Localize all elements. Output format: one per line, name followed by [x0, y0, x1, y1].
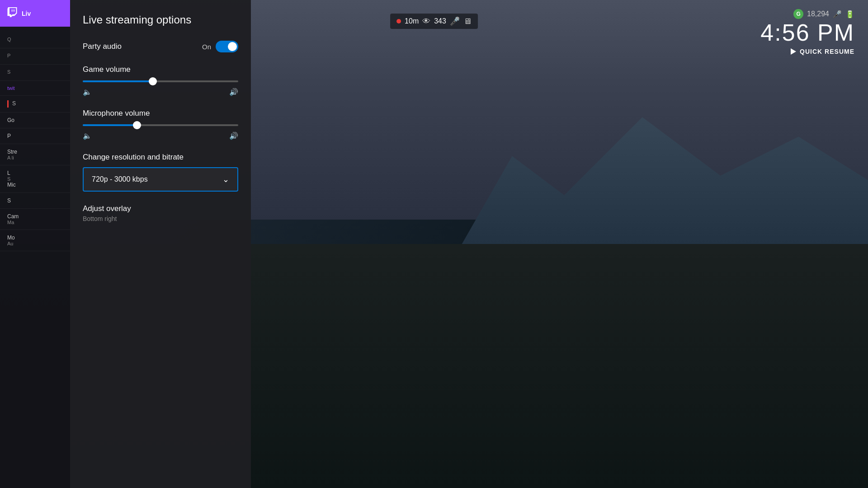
twitch-header: Liv — [0, 0, 70, 27]
game-volume-fill — [83, 80, 153, 82]
sidebar-item-0[interactable]: Q — [0, 32, 70, 48]
hud-top-right: G 18,294 🎤 🔋 4:56 PM QUICK RESUME — [760, 9, 854, 55]
mic-volume-icons: 🔈 🔊 — [83, 131, 238, 140]
game-volume-thumb[interactable] — [149, 77, 157, 85]
hud-top-bar: 10m 👁 343 🎤 🖥 — [390, 14, 478, 29]
sidebar-item-stream[interactable]: Stre A li — [0, 144, 70, 165]
battery-icon: 🔋 — [845, 10, 854, 19]
panel-title: Live streaming options — [83, 14, 238, 26]
resolution-label: Change resolution and bitrate — [83, 153, 238, 162]
viewer-count: 343 — [434, 17, 446, 25]
sidebar-item-s2[interactable]: S — [0, 96, 70, 113]
sidebar-item-twit[interactable]: twit — [0, 81, 70, 96]
recording-indicator: 10m 👁 343 🎤 🖥 — [390, 14, 478, 29]
sidebar-content: Q P S twit S Go P Stre A li L S Mic S — [0, 27, 70, 257]
sidebar-item-l[interactable]: L S Mic — [0, 165, 70, 193]
game-volume-section: Game volume 🔈 🔊 — [83, 65, 238, 96]
sidebar-item-cam[interactable]: S — [0, 193, 70, 209]
game-volume-track[interactable] — [83, 80, 238, 82]
score-value: 18,294 — [807, 10, 829, 18]
volume-high-icon: 🔊 — [229, 88, 238, 96]
game-volume-icons: 🔈 🔊 — [83, 88, 238, 96]
party-audio-row: Party audio On — [83, 41, 238, 52]
live-streaming-panel: Live streaming options Party audio On Ga… — [70, 0, 251, 488]
overlay-label: Adjust overlay — [83, 204, 238, 213]
sidebar-item-mo[interactable]: Mo Au — [0, 230, 70, 251]
quick-resume-label: QUICK RESUME — [800, 48, 854, 55]
mic-volume-thumb[interactable] — [133, 121, 141, 129]
sidebar-live-label: Liv — [22, 10, 31, 17]
volume-low-icon: 🔈 — [83, 88, 92, 96]
chevron-down-icon: ⌄ — [222, 174, 229, 184]
resolution-dropdown[interactable]: 720p - 3000 kbps ⌄ — [83, 167, 238, 192]
party-audio-state: On — [202, 43, 211, 51]
resolution-value: 720p - 3000 kbps — [92, 175, 148, 183]
resolution-section: Change resolution and bitrate 720p - 300… — [83, 153, 238, 192]
mic-icon: 🎤 — [450, 16, 460, 26]
record-dot — [396, 19, 401, 23]
overlay-position: Bottom right — [83, 215, 238, 222]
recording-time: 10m — [405, 17, 419, 25]
twitch-logo — [7, 7, 17, 19]
sidebar-item-cam2[interactable]: Cam Ma — [0, 209, 70, 230]
mic-icon-right: 🎤 — [833, 10, 842, 19]
party-audio-toggle[interactable] — [216, 41, 238, 52]
play-icon — [791, 48, 796, 55]
eye-icon: 👁 — [422, 17, 430, 26]
mic-volume-section: Microphone volume 🔈 🔊 — [83, 109, 238, 140]
sidebar-item-r[interactable]: P — [0, 48, 70, 65]
party-audio-label: Party audio — [83, 42, 122, 51]
sidebar-item-go[interactable]: Go — [0, 113, 70, 128]
g-score-row: G 18,294 🎤 🔋 — [760, 9, 854, 19]
g-badge: G — [793, 9, 803, 19]
mic-volume-track[interactable] — [83, 124, 238, 126]
sidebar-item-s[interactable]: S — [0, 65, 70, 81]
display-icon: 🖥 — [463, 17, 472, 26]
sidebar: Liv Q P S twit S Go P Stre A li L S M — [0, 0, 70, 488]
current-time: 4:56 PM — [760, 21, 854, 44]
quick-resume-button[interactable]: QUICK RESUME — [760, 48, 854, 55]
toggle-container: On — [202, 41, 238, 52]
overlay-section: Adjust overlay Bottom right — [83, 204, 238, 222]
mic-volume-fill — [83, 124, 137, 126]
sidebar-item-p2[interactable]: P — [0, 128, 70, 144]
game-volume-label: Game volume — [83, 65, 238, 74]
mic-volume-label: Microphone volume — [83, 109, 238, 118]
toggle-knob — [228, 42, 237, 51]
mic-volume-low-icon: 🔈 — [83, 131, 92, 140]
mic-volume-high-icon: 🔊 — [229, 131, 238, 140]
